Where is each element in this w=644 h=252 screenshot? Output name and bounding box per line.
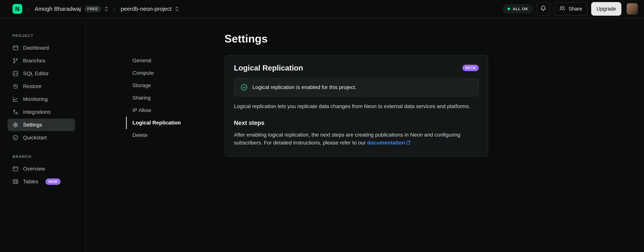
bell-icon	[540, 5, 546, 13]
topbar: N / Amogh Bharadwaj FREE / peerdb-neon-p…	[0, 0, 644, 18]
success-alert: Logical replication is enabled for this …	[234, 78, 479, 96]
settings-content: Settings Logical Replication BETA Logica…	[224, 32, 488, 157]
branches-icon	[12, 57, 19, 64]
main-content: General Compute Storage Sharing IP Allow…	[86, 18, 644, 157]
project-selector[interactable]: peerdb-neon-project	[120, 6, 179, 12]
app-window: N / Amogh Bharadwaj FREE / peerdb-neon-p…	[0, 0, 644, 252]
logical-replication-card: Logical Replication BETA Logical replica…	[224, 55, 488, 157]
alert-text: Logical replication is enabled for this …	[252, 84, 356, 90]
org-plan-badge: FREE	[84, 6, 101, 12]
sidebar-item-label: Quickstart	[23, 135, 47, 141]
sidebar-item-quickstart[interactable]: Quickstart	[8, 132, 75, 144]
status-badge[interactable]: ALL OK	[503, 4, 533, 14]
sidebar-item-label: Settings	[23, 122, 42, 128]
gear-icon	[12, 122, 19, 128]
next-steps-heading: Next steps	[234, 120, 479, 126]
sidebar-item-label: Tables	[23, 179, 38, 185]
chevron-updown-icon	[175, 6, 179, 12]
sidebar-item-sql-editor[interactable]: SQL Editor	[8, 67, 75, 80]
sidebar-item-label: Monitoring	[23, 96, 48, 102]
subnav-item-general[interactable]: General	[126, 54, 198, 67]
documentation-link-label: documentation	[367, 140, 405, 146]
settings-subnav: General Compute Storage Sharing IP Allow…	[126, 54, 198, 157]
subnav-item-sharing[interactable]: Sharing	[126, 92, 198, 104]
sidebar-item-branches[interactable]: Branches	[8, 54, 75, 67]
sidebar: PROJECT Dashboard Branches SQL Editor	[0, 18, 86, 252]
card-header: Logical Replication BETA	[234, 64, 479, 72]
sidebar-item-label: Branches	[23, 58, 45, 64]
subnav-item-logical-replication[interactable]: Logical Replication	[126, 116, 198, 129]
sidebar-item-restore[interactable]: Restore	[8, 80, 75, 92]
chevron-updown-icon	[104, 6, 108, 12]
sidebar-item-integrations[interactable]: Integrations	[8, 106, 75, 118]
next-steps-text: After enabling logical replication, the …	[234, 131, 479, 147]
sidebar-section-branch: BRANCH Overview Tables NEW	[0, 154, 86, 188]
sidebar-item-settings[interactable]: Settings	[8, 119, 75, 131]
subnav-item-compute[interactable]: Compute	[126, 67, 198, 79]
project-name: peerdb-neon-project	[120, 6, 172, 12]
sidebar-item-label: SQL Editor	[23, 70, 49, 76]
sidebar-item-tables[interactable]: Tables NEW	[8, 176, 75, 188]
share-label: Share	[568, 6, 582, 12]
external-link-icon	[406, 140, 411, 145]
sidebar-item-label: Integrations	[23, 109, 50, 115]
card-title: Logical Replication	[234, 64, 303, 72]
dashboard-icon	[12, 44, 19, 51]
org-selector[interactable]: Amogh Bharadwaj FREE	[34, 6, 108, 12]
sidebar-item-label: Restore	[23, 83, 42, 90]
restore-icon	[12, 83, 19, 90]
status-label: ALL OK	[513, 6, 528, 11]
sidebar-item-label: Dashboard	[23, 45, 49, 51]
beta-badge: BETA	[462, 65, 479, 71]
check-circle-icon	[12, 134, 19, 141]
sidebar-item-monitoring[interactable]: Monitoring	[8, 93, 75, 106]
subnav-item-ip-allow[interactable]: IP Allow	[126, 104, 198, 116]
next-steps-body: After enabling logical replication, the …	[234, 132, 460, 146]
users-icon	[559, 6, 566, 12]
section-label: BRANCH	[0, 154, 86, 159]
sidebar-section-project: PROJECT Dashboard Branches SQL Editor	[0, 34, 86, 144]
upgrade-button[interactable]: Upgrade	[591, 2, 621, 16]
sidebar-item-dashboard[interactable]: Dashboard	[8, 42, 75, 54]
subnav-item-storage[interactable]: Storage	[126, 79, 198, 92]
monitoring-icon	[12, 96, 19, 102]
neon-logo[interactable]: N	[12, 4, 22, 14]
topbar-actions: ALL OK Share Upgrade	[503, 2, 638, 16]
check-circle-icon	[240, 84, 248, 91]
integrations-icon	[12, 109, 19, 116]
breadcrumb-separator: /	[28, 5, 29, 13]
breadcrumb-separator: /	[114, 5, 115, 13]
sidebar-item-label: Overview	[23, 166, 45, 172]
sidebar-item-overview[interactable]: Overview	[8, 162, 75, 175]
description-text: Logical replication lets you replicate d…	[234, 102, 477, 110]
subnav-item-delete[interactable]: Delete	[126, 129, 198, 142]
user-avatar[interactable]	[627, 3, 638, 14]
share-button[interactable]: Share	[554, 2, 588, 16]
section-label: PROJECT	[0, 34, 86, 38]
sql-editor-icon	[12, 70, 19, 77]
page-title: Settings	[224, 32, 488, 45]
new-badge: NEW	[46, 178, 60, 185]
documentation-link[interactable]: documentation	[367, 140, 411, 146]
status-dot	[508, 8, 510, 10]
notifications-button[interactable]	[536, 2, 550, 16]
overview-icon	[12, 166, 19, 172]
org-name: Amogh Bharadwaj	[34, 6, 81, 12]
tables-icon	[12, 178, 19, 185]
